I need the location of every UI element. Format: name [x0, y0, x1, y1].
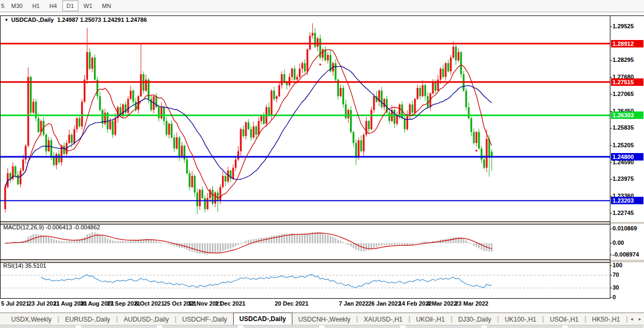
macd-histogram-bar — [199, 243, 201, 253]
candle-body — [268, 107, 269, 115]
candle-body — [455, 46, 457, 60]
chart-tabbar: USDX,Weekly|EURUSD-,Daily|AUDUSD-,Daily|… — [0, 313, 644, 325]
candle-body — [399, 105, 400, 116]
price-tick-label: 1.25205 — [613, 142, 634, 148]
candle-body — [475, 132, 477, 143]
macd-histogram-bar — [340, 241, 341, 243]
chart-tab-dj30-daily[interactable]: DJ30-,Daily — [452, 314, 497, 325]
candle-body — [222, 176, 224, 187]
candle-body — [86, 52, 88, 80]
tab-scroll-right[interactable]: ▸ — [636, 314, 644, 324]
candle-body — [322, 50, 323, 58]
candle-body — [74, 129, 75, 143]
macd-histogram-bar — [422, 242, 424, 243]
macd-histogram-bar — [35, 234, 37, 243]
macd-histogram-bar — [179, 243, 180, 247]
chart-tab-usdchf-daily[interactable]: USDCHF-,Daily — [177, 314, 233, 325]
macd-histogram-bar — [371, 243, 372, 249]
candle-body — [178, 138, 180, 157]
price-line-badge: 1.27515 — [611, 78, 643, 86]
chart-tab-audusd-daily[interactable]: AUDUSD-,Daily — [118, 314, 175, 325]
candle-body — [340, 88, 341, 96]
candle-body — [355, 143, 357, 157]
macd-histogram-bar — [373, 243, 375, 248]
candle-body — [407, 115, 408, 129]
macd-histogram-bar — [407, 243, 408, 245]
macd-histogram-bar — [414, 243, 416, 244]
candle-body — [140, 74, 141, 96]
chart-tab-usdx-weekly[interactable]: USDX,Weekly — [5, 314, 58, 325]
tab-scroll-left[interactable]: ◂ — [627, 314, 635, 324]
macd-histogram-bar — [128, 241, 129, 243]
date-tick-label: 20 Dec 2021 — [275, 300, 308, 307]
period-button-d1[interactable]: D1 — [62, 1, 78, 11]
period-button-w1[interactable]: W1 — [79, 1, 97, 11]
macd-histogram-bar — [66, 241, 68, 243]
period-button-h4[interactable]: H4 — [45, 1, 61, 11]
chart-tab-usdcad-daily[interactable]: USDCAD-,Daily — [233, 313, 292, 325]
candle-body — [71, 135, 73, 143]
candle-body — [240, 129, 242, 151]
macd-histogram-bar — [452, 237, 454, 243]
candle-body — [202, 190, 203, 198]
candle-body — [58, 154, 60, 162]
candle-body — [357, 140, 359, 157]
candle-body — [14, 166, 16, 174]
date-tick-label: 5 Jul 2021 — [1, 300, 29, 307]
candle-body — [306, 50, 308, 71]
rsi-tick-label: 0 — [613, 294, 616, 300]
candle-body — [440, 69, 441, 80]
chart-ohlc: 1.24987 1.25073 1.24291 1.24786 — [57, 17, 147, 23]
candle-body — [250, 129, 252, 137]
collapse-triangle-icon[interactable]: ▼ — [4, 18, 9, 22]
candle-body — [309, 36, 311, 50]
period-button-mn[interactable]: MN — [98, 1, 115, 11]
macd-histogram-bar — [271, 236, 273, 243]
macd-histogram-bar — [240, 243, 242, 244]
chart-tab-xauusd-h1[interactable]: XAUUSD-,H1 — [358, 314, 409, 325]
period-button-m30[interactable]: M30 — [7, 1, 27, 11]
period-button-h1[interactable]: H1 — [28, 1, 44, 11]
macd-histogram-bar — [237, 243, 239, 245]
pane-splitter[interactable] — [0, 260, 644, 262]
chart-tab-usoil-h1[interactable]: USOil-,H1 — [544, 314, 584, 325]
chart-tab-ukoil-h1[interactable]: UKOil-,H1 — [410, 314, 451, 325]
macd-histogram-bar — [171, 243, 172, 245]
macd-histogram-bar — [297, 234, 298, 243]
candle-body — [296, 77, 298, 79]
macd-histogram-bar — [230, 243, 232, 249]
candle-body — [347, 110, 349, 118]
macd-histogram-bar — [409, 243, 411, 245]
macd-histogram-bar — [266, 237, 267, 243]
chart-tab-eurusd-daily[interactable]: EURUSD-,Daily — [59, 314, 116, 325]
candle-body — [10, 173, 11, 179]
price-tick-label: 1.29525 — [613, 23, 634, 29]
chart-tab-uk100-h1[interactable]: UK100-,H1 — [499, 314, 542, 325]
candle-body — [260, 115, 262, 121]
candle-body — [127, 99, 129, 113]
candle-body — [381, 91, 383, 107]
candle-body — [350, 110, 352, 132]
macd-histogram-bar — [276, 235, 277, 243]
macd-histogram-bar — [332, 237, 334, 243]
candle-body — [227, 171, 229, 182]
mt4-window: 5M30H1H4D1W1MN ▼USDCAD-,Daily 1.24987 1.… — [0, 0, 644, 328]
candle-body — [204, 198, 205, 209]
chart-tab-usdcnh-weekly[interactable]: USDCNH-,Weekly — [292, 314, 356, 325]
chart-tab-hk50-h1[interactable]: HK50-,H1 — [586, 314, 626, 325]
candle-body — [27, 77, 29, 146]
chart-canvas[interactable] — [0, 15, 644, 312]
macd-histogram-bar — [491, 243, 492, 252]
macd-histogram-bar — [138, 241, 139, 243]
period-button-5[interactable]: 5 — [1, 1, 6, 11]
candle-body — [383, 99, 385, 107]
macd-histogram-bar — [348, 243, 349, 245]
macd-histogram-bar — [81, 238, 83, 243]
macd-histogram-bar — [150, 240, 152, 243]
candle-body — [189, 173, 190, 187]
macd-histogram-bar — [279, 235, 280, 243]
macd-histogram-bar — [156, 241, 157, 243]
macd-histogram-bar — [86, 235, 88, 243]
macd-histogram-bar — [309, 233, 311, 243]
macd-histogram-bar — [324, 235, 326, 243]
